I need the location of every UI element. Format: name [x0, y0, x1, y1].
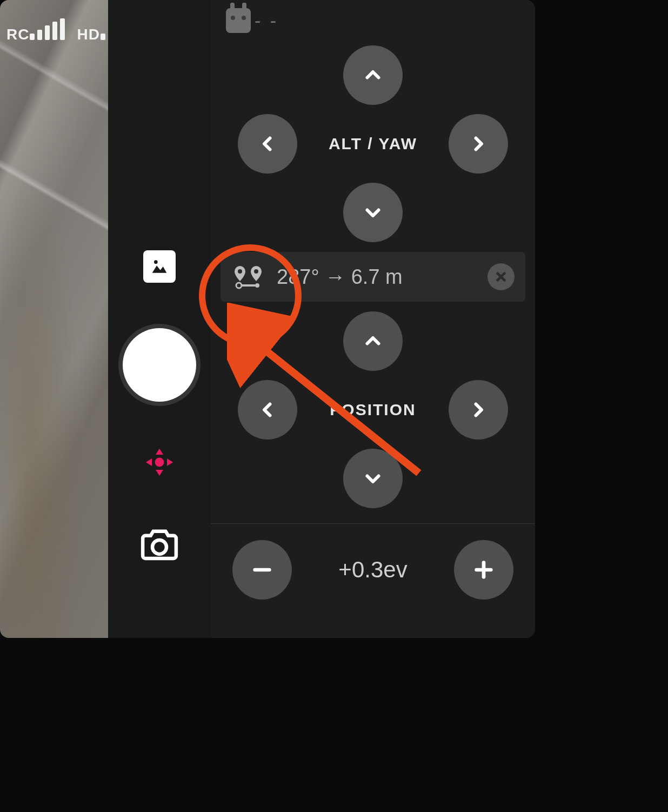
position-back-button[interactable]	[343, 449, 403, 508]
position-label: POSITION	[330, 401, 416, 419]
gallery-button[interactable]	[143, 250, 176, 283]
hd-signal-label: HD	[77, 26, 99, 43]
ev-minus-button[interactable]	[232, 540, 292, 600]
chevron-down-icon	[363, 469, 383, 488]
chevron-left-icon	[258, 134, 277, 154]
svg-marker-5	[156, 470, 163, 476]
flight-control-panel: - - ALT / YAW	[211, 0, 535, 638]
svg-point-12	[255, 283, 259, 288]
gallery-icon	[149, 256, 170, 277]
exposure-bar: +0.3ev	[211, 524, 535, 616]
chevron-up-icon	[363, 331, 383, 351]
rc-signal-bars-icon	[30, 18, 65, 40]
camera-icon	[138, 523, 181, 565]
waypoint-info-bar[interactable]: 287° → 6.7 m	[221, 252, 525, 302]
remote-controller-icon[interactable]	[226, 8, 251, 33]
chevron-right-icon	[469, 400, 488, 420]
close-icon	[495, 271, 507, 283]
ev-plus-button[interactable]	[454, 540, 513, 600]
recenter-icon	[144, 447, 175, 477]
chevron-down-icon	[363, 203, 383, 222]
svg-point-2	[154, 260, 158, 264]
alt-yaw-dpad: ALT / YAW	[211, 41, 535, 247]
waypoint-heading: 287°	[277, 265, 319, 288]
waypoint-readout: 287° → 6.7 m	[277, 265, 476, 289]
svg-marker-4	[156, 449, 163, 455]
chevron-left-icon	[258, 400, 277, 420]
svg-marker-7	[167, 458, 173, 466]
camera-feed[interactable]: RC HD	[0, 0, 108, 638]
position-right-button[interactable]	[449, 380, 508, 440]
arrow-right-icon: →	[325, 265, 345, 288]
plus-icon	[473, 559, 495, 581]
svg-marker-6	[146, 458, 152, 466]
rc-signal-label: RC	[6, 26, 29, 43]
svg-point-3	[155, 458, 164, 467]
svg-point-10	[254, 269, 258, 274]
ev-value: +0.3ev	[338, 557, 407, 583]
svg-point-9	[238, 269, 242, 274]
waypoint-pair-icon	[231, 264, 265, 290]
clear-waypoint-button[interactable]	[487, 263, 515, 290]
yaw-left-button[interactable]	[238, 114, 297, 174]
app-root: RC HD	[0, 0, 535, 638]
svg-point-11	[236, 283, 242, 288]
position-left-button[interactable]	[238, 380, 297, 440]
position-dpad: POSITION	[211, 307, 535, 513]
svg-point-8	[152, 540, 166, 554]
chevron-up-icon	[363, 65, 383, 85]
camera-sidebar	[108, 0, 211, 638]
chevron-right-icon	[469, 134, 488, 154]
camera-mode-button[interactable]	[138, 523, 181, 566]
control-mode-value: - -	[255, 10, 278, 31]
shutter-button[interactable]	[123, 328, 196, 402]
yaw-right-button[interactable]	[449, 114, 508, 174]
waypoint-distance: 6.7 m	[351, 265, 403, 288]
recenter-button[interactable]	[144, 447, 175, 477]
alt-up-button[interactable]	[343, 45, 403, 105]
position-forward-button[interactable]	[343, 311, 403, 371]
panel-header: - -	[211, 0, 535, 41]
alt-yaw-label: ALT / YAW	[329, 135, 417, 153]
alt-down-button[interactable]	[343, 183, 403, 242]
minus-icon	[251, 559, 273, 581]
